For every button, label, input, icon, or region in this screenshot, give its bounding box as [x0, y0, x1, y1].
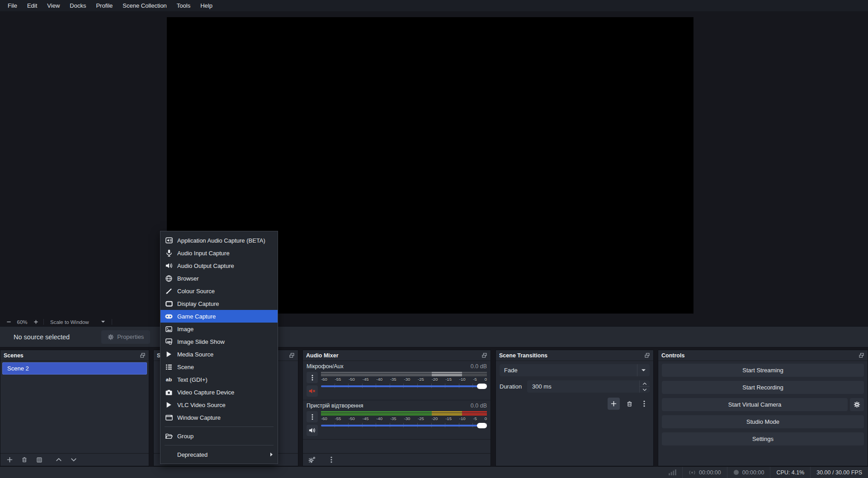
settings-button[interactable]: Settings: [662, 432, 864, 445]
channel-options-button[interactable]: [307, 372, 318, 383]
stream-icon: [689, 469, 696, 476]
popout-icon[interactable]: [644, 352, 650, 358]
mixer-options-button[interactable]: [327, 455, 336, 464]
add-transition-button[interactable]: [608, 398, 620, 410]
remove-scene-button[interactable]: [20, 455, 29, 464]
menu-item-image-slide-show[interactable]: Image Slide Show: [160, 335, 278, 348]
scenes-dock-titlebar: Scenes: [0, 350, 149, 361]
colour-source-icon: [165, 287, 173, 295]
menu-item-deprecated[interactable]: Deprecated: [160, 448, 278, 461]
menu-help[interactable]: Help: [195, 1, 217, 10]
group-icon: [165, 432, 173, 440]
display-capture-icon: [165, 300, 173, 308]
channel-options-button[interactable]: [307, 411, 318, 422]
menu-file[interactable]: File: [3, 1, 22, 10]
menu-item-window-capture[interactable]: Window Capture: [160, 411, 278, 424]
mute-button[interactable]: [307, 385, 318, 397]
duration-input[interactable]: 300 ms: [527, 380, 650, 393]
popout-icon[interactable]: [859, 352, 864, 358]
slider-handle[interactable]: [477, 423, 487, 428]
add-scene-button[interactable]: [5, 455, 14, 464]
menu-item-audio-output-capture[interactable]: Audio Output Capture: [160, 259, 278, 272]
virtual-camera-settings-button[interactable]: [850, 398, 864, 411]
start-streaming-button[interactable]: Start Streaming: [662, 364, 864, 377]
popout-icon[interactable]: [289, 352, 295, 358]
menu-item-scene[interactable]: Scene: [160, 361, 278, 373]
scale-mode-value: Scale to Window: [50, 319, 89, 325]
audio-output-capture-icon: [165, 262, 173, 270]
menu-profile[interactable]: Profile: [91, 1, 118, 10]
menu-item-group[interactable]: Group: [160, 430, 278, 442]
menu-item-video-capture-device[interactable]: Video Capture Device: [160, 386, 278, 398]
scenes-toolbar: [0, 453, 149, 466]
channel-level: 0.0 dB: [471, 363, 487, 370]
start-virtual-camera-button[interactable]: Start Virtual Camera: [662, 398, 848, 411]
menu-item-browser[interactable]: Browser: [160, 272, 278, 285]
menu-item-colour-source[interactable]: Colour Source: [160, 285, 278, 297]
chevron-down-icon: [642, 389, 647, 391]
menu-item-audio-input-capture[interactable]: Audio Input Capture: [160, 247, 278, 259]
popout-icon[interactable]: [140, 352, 146, 358]
mixer-channels: Мікрофон/Aux 0.0 dB -60-55-50-45-40-: [303, 361, 491, 453]
chevron-down-icon: [71, 458, 77, 462]
menu-item-label: VLC Video Source: [177, 402, 226, 408]
text-icon: ab: [165, 376, 173, 384]
volume-slider[interactable]: [321, 383, 487, 389]
speaker-icon: [309, 427, 316, 433]
menu-item-label: Image: [177, 326, 193, 333]
volume-slider[interactable]: [321, 422, 487, 429]
menu-item-application-audio-capture[interactable]: Application Audio Capture (BETA): [160, 234, 278, 247]
transition-options-button[interactable]: [639, 398, 650, 409]
scene-filters-button[interactable]: [35, 455, 44, 464]
zoom-out-button[interactable]: [5, 319, 13, 325]
spinner-down-button[interactable]: [640, 386, 650, 393]
menu-item-label: Text (GDI+): [177, 376, 208, 383]
menu-item-text-gdi[interactable]: ab Text (GDI+): [160, 373, 278, 386]
advanced-audio-properties-button[interactable]: [307, 455, 316, 464]
kebab-icon: [330, 456, 332, 463]
menu-separator: [165, 445, 274, 445]
volume-meter: [321, 413, 487, 416]
audio-mixer-titlebar: Audio Mixer: [303, 350, 491, 361]
transition-select[interactable]: Fade: [500, 364, 650, 376]
menu-item-label: Audio Output Capture: [177, 262, 234, 269]
image-icon: [165, 325, 173, 333]
scene-transitions-title: Scene Transitions: [499, 352, 547, 359]
game-capture-icon: [165, 313, 173, 320]
trash-icon: [21, 456, 28, 463]
menu-item-media-source[interactable]: Media Source: [160, 348, 278, 361]
menu-edit[interactable]: Edit: [22, 1, 42, 10]
muted-speaker-icon: [309, 388, 316, 394]
signal-bars-icon: [669, 469, 676, 475]
spinner-up-button[interactable]: [640, 380, 650, 386]
mute-button[interactable]: [307, 425, 318, 436]
scale-mode-dropdown[interactable]: Scale to Window: [47, 319, 108, 325]
menu-item-label: Game Capture: [177, 313, 216, 320]
menu-docks[interactable]: Docks: [65, 1, 91, 10]
start-recording-button[interactable]: Start Recording: [662, 381, 864, 394]
menu-item-display-capture[interactable]: Display Capture: [160, 297, 278, 310]
menu-scene-collection[interactable]: Scene Collection: [118, 1, 172, 10]
menu-item-game-capture[interactable]: Game Capture: [160, 310, 278, 323]
controls-body: Start Streaming Start Recording Start Vi…: [658, 361, 868, 466]
move-scene-up-button[interactable]: [54, 455, 63, 464]
menu-item-image[interactable]: Image: [160, 323, 278, 335]
remove-transition-button[interactable]: [624, 398, 635, 409]
menu-item-label: Scene: [177, 364, 194, 370]
menu-item-label: Video Capture Device: [177, 389, 234, 396]
properties-button[interactable]: Properties: [101, 330, 150, 344]
dual-gear-icon: [308, 456, 316, 464]
menu-tools[interactable]: Tools: [172, 1, 195, 10]
window-capture-icon: [165, 414, 173, 422]
slider-handle[interactable]: [477, 384, 487, 389]
zoom-in-button[interactable]: [32, 319, 40, 325]
scene-list-item[interactable]: Scene 2: [2, 362, 147, 375]
menu-view[interactable]: View: [42, 1, 65, 10]
move-scene-down-button[interactable]: [69, 455, 78, 464]
popout-icon[interactable]: [481, 352, 487, 358]
menu-item-vlc-video-source[interactable]: VLC Video Source: [160, 398, 278, 411]
audio-mixer-dock: Audio Mixer Мікрофон/Aux 0.0 dB: [302, 350, 491, 466]
studio-mode-button[interactable]: Studio Mode: [662, 415, 864, 428]
plus-icon: [6, 456, 13, 463]
scenes-dock: Scenes Scene 2: [0, 350, 149, 466]
